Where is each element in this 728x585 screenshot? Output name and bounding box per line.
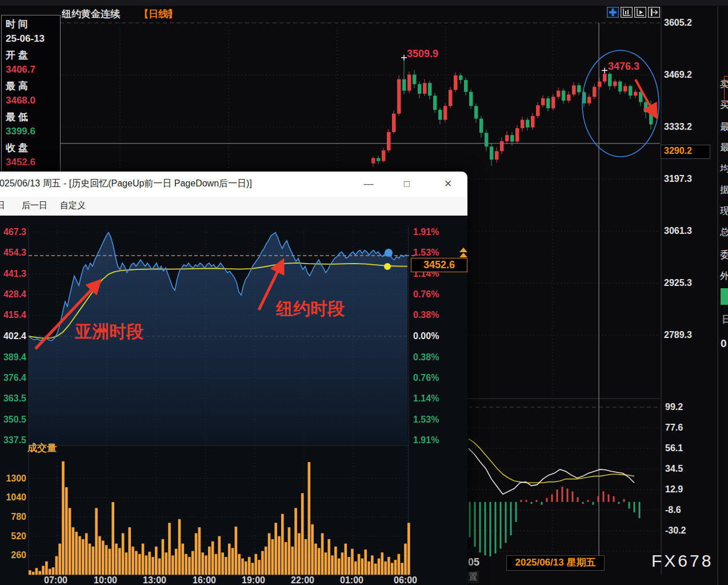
macd-axis-label: 34.5 [665,464,683,474]
quote-field-label-clipped: 据 [720,184,728,196]
macd-plot [469,439,639,556]
intraday-chart-area [0,216,467,585]
open-label: 开 盘 [6,49,58,60]
price-axis-label: 3197.3 [664,174,692,184]
intraday-pct-axis-label: 1.14% [413,393,439,404]
chart-axis-play-icon[interactable] [634,7,646,18]
clipped-day-label: 日 [722,314,728,326]
menu-next-day[interactable]: 后一日 [22,200,47,211]
time-axis-label: 22:00 [291,575,314,585]
macd-axis-label: 12.9 [665,484,683,495]
maximize-button[interactable]: □ [397,176,417,192]
macd-axis-label: 99.2 [665,402,683,412]
price-axis-label: 3061.3 [664,226,692,236]
high-price-label-1: 3509.9 [407,48,438,60]
chart-axis-left-icon[interactable] [621,7,633,18]
last-price-axis-label: 3452.6 [411,258,467,272]
prev-close-axis-label: 3290.2 [661,145,710,159]
menu-prev-day[interactable]: 前一日 [0,200,5,211]
history-replay-window: 2025/06/13 周五 - [历史回忆(PageUp前一日 PageDown… [0,172,467,585]
open-value: 3406.7 [6,64,58,75]
close-button[interactable]: ✕ [438,176,458,192]
price-axis-label: 2925.3 [664,278,692,288]
intraday-pct-axis-label: 0.76% [413,373,439,383]
popup-menubar: 前一日 后一日 自定义 [0,197,467,216]
quote-field-label-clipped: 委 [720,249,728,261]
price-axis-label: 3605.2 [664,18,692,28]
time-axis-label: 16:00 [193,575,216,585]
time-axis-label: 19:00 [242,575,265,585]
intraday-price-axis-label: 402.4 [0,331,26,341]
intraday-pct-axis-label: 1.53% [413,248,439,258]
volume-pane-title: 成交量 [27,441,57,455]
close-label: 收 盘 [6,141,58,153]
clipped-green-badge [721,288,728,305]
close-value: 3452.6 [6,157,58,168]
chart-toolbar [607,7,660,18]
time-value: 25-06-13 [6,33,58,45]
crosshair-date-label: 2025/06/13 星期五 [506,555,605,571]
macd-axis-label: -30.2 [665,526,686,536]
volume-axis-label: 780 [0,512,26,522]
trading-app-window: 纽约黄金连续 【日线】 ⊕ 时 间 25-06-13 开 盘 3406.7 最 … [0,0,728,585]
macd-axis-label: 56.1 [665,443,683,453]
intraday-price-axis-label: 441.3 [0,269,26,279]
quote-field-label-clipped: 均 [720,163,728,175]
intraday-pct-axis-label: 0.76% [413,289,439,300]
intraday-price-axis-label: 454.3 [0,248,26,258]
time-label: 时 间 [6,18,58,29]
volume-axis-label: 1040 [0,492,26,503]
annotation-ny-session: 纽约时段 [276,297,345,321]
volume-axis-label: 520 [0,531,26,542]
macd-axis-label: 77.6 [665,423,683,433]
minimize-button[interactable]: — [358,176,379,192]
quote-field-label-clipped: 外 [720,270,728,282]
intraday-price-axis-label: 363.5 [0,393,26,404]
compass-icon[interactable]: ⊕ [165,7,173,18]
menu-custom[interactable]: 自定义 [60,200,86,211]
intraday-pct-axis-label: 1.53% [413,415,439,425]
intraday-chart-svg [0,216,467,585]
intraday-price-axis-label: 467.3 [0,227,26,237]
time-axis-label: 06:00 [394,575,417,585]
low-value: 3399.6 [6,126,58,137]
intraday-pct-axis-label: 0.38% [413,310,439,320]
clipped-red-box [724,76,728,102]
quote-field-label-clipped: 现 [720,205,728,217]
time-axis-label: 07:00 [44,575,67,585]
price-axis-label: 3333.2 [664,122,692,132]
high-value: 3468.0 [6,95,58,106]
quote-field-label-clipped: 总 [720,226,728,238]
time-axis-label: 13:00 [143,575,166,585]
volume-axis-label: 260 [0,550,26,560]
intraday-price-axis-label: 376.4 [0,373,26,383]
intraday-price-axis-label: 389.4 [0,352,26,363]
volume-axis-label: 1300 [0,473,26,484]
intraday-price-axis-label: 415.4 [0,310,26,320]
chart-title: 纽约黄金连续 [62,7,120,21]
quote-field-label-clipped: 最 [720,121,728,133]
intraday-price-axis-label: 428.4 [0,289,26,300]
popup-title: 2025/06/13 周五 - [历史回忆(PageUp前一日 PageDown… [0,178,252,190]
partial-ui-label: 置 [467,571,479,583]
macd-axis-label: -8.6 [665,505,681,515]
high-label: 最 高 [6,79,58,91]
price-axis-label: 2789.3 [664,330,692,340]
intraday-price-axis-label: 350.5 [0,415,26,425]
time-axis-label: 10:00 [94,575,117,585]
intraday-pct-axis-label: 1.91% [413,227,439,237]
annotation-asia-session: 亚洲时段 [75,320,143,344]
intraday-pct-axis-label: 1.91% [413,435,439,445]
intraday-pct-axis-label: 0.00% [413,331,439,341]
quote-field-label-clipped: 最 [720,142,728,154]
intraday-pct-axis-label: 0.38% [413,352,439,363]
popup-titlebar[interactable]: 2025/06/13 周五 - [历史回忆(PageUp前一日 PageDown… [0,172,467,197]
high-price-label-2: 3476.3 [608,61,639,73]
watermark-fx678: FX678 [651,551,713,571]
price-axis-label: 3469.2 [664,70,692,80]
clipped-zero-value: 0 [721,337,727,350]
axis-shift-right-icon[interactable] [648,7,660,18]
low-label: 最 低 [6,110,58,122]
crosshair-move-icon[interactable] [607,7,619,18]
intraday-price-axis-label: 337.5 [0,435,26,445]
